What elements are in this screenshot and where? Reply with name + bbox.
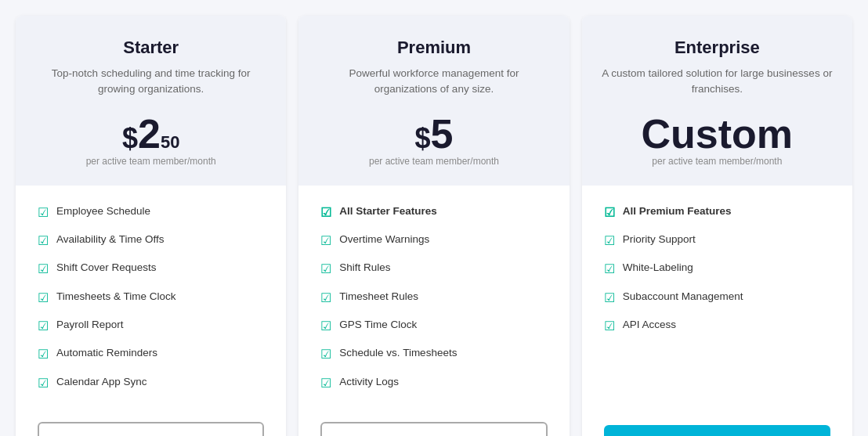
feature-label: Shift Cover Requests [56,261,157,276]
list-item: ☑ Overtime Warnings [320,232,547,250]
check-icon: ☑ [320,204,331,222]
check-icon: ☑ [320,375,331,392]
plan-footer-premium: Start Free Trial [298,422,569,436]
plan-description-premium: Powerful workforce management for organi… [317,66,550,98]
plan-footer-enterprise: Schedule a Demo [582,425,852,436]
check-icon: ☑ [320,346,331,363]
price-dollar-premium: $ [415,124,431,153]
feature-list-premium: ☑ All Starter Features ☑ Overtime Warnin… [320,204,547,404]
plan-card-enterprise: Enterprise A custom tailored solution fo… [582,16,852,436]
plan-description-enterprise: A custom tailored solution for large bus… [601,66,834,98]
feature-label: Timesheet Rules [339,290,418,304]
check-icon: ☑ [604,204,615,222]
plan-header-enterprise: Enterprise A custom tailored solution fo… [582,16,852,186]
check-icon: ☑ [38,346,49,363]
feature-label: Payroll Report [56,318,124,333]
feature-label: Priority Support [623,232,696,247]
list-item: ☑ Calendar App Sync [38,375,264,392]
list-item: ☑ Subaccount Management [604,290,830,307]
plan-footer-starter: Start Free Trial [16,422,286,436]
list-item: ☑ All Starter Features [320,204,547,222]
check-icon: ☑ [604,261,615,278]
plan-name-premium: Premium [317,38,550,58]
start-trial-button-premium[interactable]: Start Free Trial [320,422,547,436]
feature-label: Shift Rules [339,261,390,276]
list-item: ☑ Shift Rules [320,261,547,278]
feature-label: Activity Logs [339,375,399,390]
feature-label: Subaccount Management [623,290,743,304]
check-icon: ☑ [320,318,331,335]
list-item: ☑ Payroll Report [38,318,264,335]
check-icon: ☑ [38,290,49,307]
check-icon: ☑ [38,232,49,250]
check-icon: ☑ [320,232,331,250]
feature-label: Timesheets & Time Clock [56,290,176,304]
list-item: ☑ White-Labeling [604,261,830,278]
price-period-premium: per active team member/month [317,156,550,167]
plan-name-starter: Starter [34,38,267,58]
start-trial-button-starter[interactable]: Start Free Trial [38,422,264,436]
feature-label: All Starter Features [339,204,437,219]
list-item: ☑ All Premium Features [604,204,830,222]
price-dollar-starter: $ [122,124,138,153]
list-item: ☑ GPS Time Clock [320,318,547,335]
list-item: ☑ Employee Schedule [38,204,264,222]
check-icon: ☑ [604,290,615,307]
plan-card-premium: Premium Powerful workforce management fo… [298,16,569,436]
feature-label: Overtime Warnings [339,232,429,247]
feature-label: Schedule vs. Timesheets [339,346,457,361]
plan-name-enterprise: Enterprise [601,38,834,58]
feature-list-enterprise: ☑ All Premium Features ☑ Priority Suppor… [604,204,830,407]
price-sup-starter: 50 [161,134,179,151]
feature-label: All Premium Features [623,204,732,219]
check-icon: ☑ [604,318,615,335]
plan-header-starter: Starter Top-notch scheduling and time tr… [16,16,286,186]
feature-label: Employee Schedule [56,204,150,219]
list-item: ☑ Timesheets & Time Clock [38,290,264,307]
price-period-enterprise: per active team member/month [601,156,834,167]
price-amount-premium: 5 [431,114,454,154]
feature-label: Availability & Time Offs [56,232,165,247]
schedule-demo-button[interactable]: Schedule a Demo [604,425,830,436]
price-custom-enterprise: Custom [642,114,794,154]
feature-label: Automatic Reminders [56,346,157,361]
feature-list-starter: ☑ Employee Schedule ☑ Availability & Tim… [38,204,264,404]
plan-features-enterprise: ☑ All Premium Features ☑ Priority Suppor… [582,186,852,426]
pricing-container: Starter Top-notch scheduling and time tr… [16,16,852,436]
feature-label: White-Labeling [623,261,693,276]
check-icon: ☑ [38,318,49,335]
list-item: ☑ Timesheet Rules [320,290,547,307]
plan-features-premium: ☑ All Starter Features ☑ Overtime Warnin… [298,186,569,423]
plan-header-premium: Premium Powerful workforce management fo… [298,16,569,186]
plan-card-starter: Starter Top-notch scheduling and time tr… [16,16,286,436]
check-icon: ☑ [38,261,49,278]
list-item: ☑ Automatic Reminders [38,346,264,363]
list-item: ☑ Shift Cover Requests [38,261,264,278]
price-amount-starter: 2 [138,114,161,154]
list-item: ☑ Activity Logs [320,375,547,392]
plan-features-starter: ☑ Employee Schedule ☑ Availability & Tim… [16,186,286,423]
check-icon: ☑ [320,290,331,307]
price-period-starter: per active team member/month [34,156,267,167]
list-item: ☑ Schedule vs. Timesheets [320,346,547,363]
feature-label: Calendar App Sync [56,375,147,390]
list-item: ☑ API Access [604,318,830,335]
plan-description-starter: Top-notch scheduling and time tracking f… [34,66,267,98]
list-item: ☑ Priority Support [604,232,830,250]
check-icon: ☑ [38,375,49,392]
feature-label: GPS Time Clock [339,318,417,333]
feature-label: API Access [623,318,676,333]
check-icon: ☑ [604,232,615,250]
check-icon: ☑ [320,261,331,278]
check-icon: ☑ [38,204,49,222]
list-item: ☑ Availability & Time Offs [38,232,264,250]
